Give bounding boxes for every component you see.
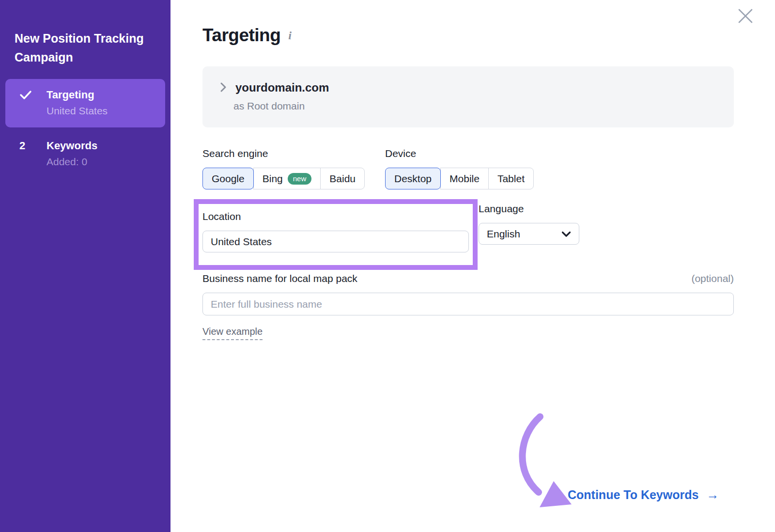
step-keywords-label: Keywords	[46, 140, 97, 152]
domain-scope-note: as Root domain	[233, 100, 734, 112]
language-group: Language English	[479, 203, 579, 245]
targeting-step-panel: Targeting i yourdomain.com as Root domai…	[170, 0, 775, 532]
sidebar-step-keywords[interactable]: 2 Keywords Added: 0	[5, 130, 165, 178]
step-keywords-sublabel: Added: 0	[46, 156, 165, 168]
business-name-label: Business name for local map pack	[202, 273, 357, 284]
view-example-link[interactable]: View example	[202, 326, 263, 340]
search-engine-option-bing[interactable]: Bing new	[253, 168, 321, 189]
domain-summary-card[interactable]: yourdomain.com as Root domain	[202, 66, 734, 127]
language-selected-value: English	[487, 228, 520, 240]
location-input[interactable]	[202, 231, 469, 252]
continue-label: Continue To Keywords	[568, 488, 698, 502]
device-segmented-control: Desktop Mobile Tablet	[385, 168, 534, 189]
step-targeting-label: Targeting	[46, 89, 94, 101]
search-engine-option-google[interactable]: Google	[202, 168, 254, 189]
location-highlight-annotation: Location	[194, 199, 478, 270]
new-position-tracking-modal: New Position Tracking Campaign Targeting…	[0, 0, 775, 532]
tablet-option-label: Tablet	[497, 173, 525, 185]
baidu-option-label: Baidu	[329, 173, 356, 185]
chevron-down-icon	[561, 228, 571, 240]
desktop-option-label: Desktop	[394, 173, 432, 185]
search-engine-option-baidu[interactable]: Baidu	[320, 168, 365, 189]
location-label: Location	[202, 211, 473, 222]
campaign-wizard-sidebar: New Position Tracking Campaign Targeting…	[0, 0, 170, 532]
bing-option-label: Bing	[263, 173, 283, 185]
mobile-option-label: Mobile	[450, 173, 480, 185]
close-icon[interactable]	[736, 7, 755, 25]
check-icon	[5, 90, 46, 100]
search-engine-group: Search engine Google Bing new Baidu	[202, 148, 365, 189]
device-option-desktop[interactable]: Desktop	[385, 168, 441, 189]
device-option-tablet[interactable]: Tablet	[488, 168, 534, 189]
sidebar-title: New Position Tracking Campaign	[0, 0, 170, 67]
continue-to-keywords-button[interactable]: Continue To Keywords →	[568, 487, 719, 502]
google-option-label: Google	[212, 173, 245, 185]
step-targeting-sublabel: United States	[46, 105, 165, 117]
business-name-input[interactable]	[202, 293, 734, 315]
sidebar-step-targeting[interactable]: Targeting United States	[5, 79, 165, 127]
tutorial-arrow-annotation	[504, 412, 576, 511]
search-engine-label: Search engine	[202, 148, 365, 159]
arrow-right-icon: →	[706, 487, 719, 502]
search-engine-segmented-control: Google Bing new Baidu	[202, 168, 365, 189]
device-group: Device Desktop Mobile Tablet	[385, 148, 534, 189]
device-option-mobile[interactable]: Mobile	[440, 168, 489, 189]
info-icon[interactable]: i	[288, 29, 292, 42]
new-badge: new	[288, 173, 312, 185]
chevron-right-icon	[220, 82, 227, 94]
page-title: Targeting	[202, 25, 280, 46]
language-label: Language	[479, 203, 579, 215]
domain-name: yourdomain.com	[235, 81, 329, 94]
language-select[interactable]: English	[479, 223, 579, 245]
optional-hint: (optional)	[691, 273, 734, 284]
device-label: Device	[385, 148, 534, 159]
step-keywords-number: 2	[5, 140, 46, 152]
